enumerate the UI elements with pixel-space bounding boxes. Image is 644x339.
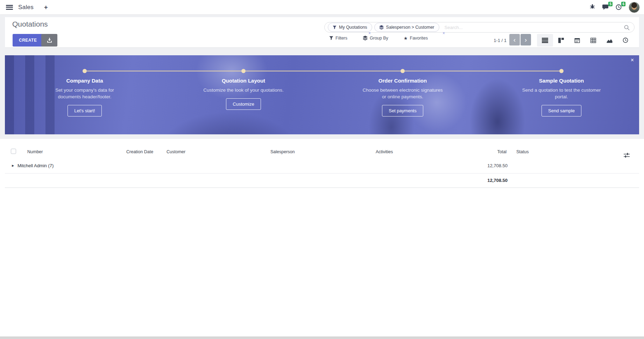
- column-header-total[interactable]: Total: [454, 145, 507, 158]
- group-total: 12,708.50: [455, 158, 508, 173]
- step-title: Order Confirmation: [354, 78, 452, 84]
- step-description: Send a quotation to test the customer po…: [520, 87, 603, 100]
- apps-menu-icon[interactable]: [6, 5, 13, 10]
- customize-button[interactable]: Customize: [226, 98, 261, 110]
- layers-icon: [363, 36, 368, 41]
- group-label: Mitchell Admin (7): [17, 158, 54, 173]
- timeline-line: [85, 71, 561, 71]
- search-facet-salesperson-customer[interactable]: Salesperson > Customer: [374, 23, 439, 32]
- horizontal-scrollbar[interactable]: [0, 337, 644, 339]
- messages-icon[interactable]: 5: [602, 4, 609, 10]
- view-list-button[interactable]: [537, 34, 553, 47]
- filter-icon: [329, 36, 333, 40]
- view-switcher: [537, 34, 634, 47]
- search-input[interactable]: My Quotations Salesperson > Customer Sea…: [324, 22, 635, 33]
- select-all-checkbox[interactable]: [11, 149, 16, 154]
- odoo-sales-quotations-screen: Sales + 5 6 Quotations CREATE: [0, 0, 644, 339]
- onboarding-step-company-data: Company Data Set your company's data for…: [36, 78, 134, 116]
- column-header-customer[interactable]: Customer: [167, 145, 185, 158]
- facet-label: Salesperson > Customer: [386, 25, 434, 30]
- view-pivot-button[interactable]: [585, 34, 601, 47]
- search-placeholder: Search...: [445, 25, 463, 30]
- pivot-view-icon: [590, 38, 596, 43]
- facet-label: My Quotations: [339, 25, 367, 30]
- control-panel: Quotations CREATE My Quotations Salesper…: [5, 17, 639, 47]
- step-description: Set your company's data for documents he…: [43, 87, 126, 100]
- timeline-dot: [83, 69, 87, 73]
- facet-remove-icon[interactable]: ×: [368, 31, 371, 35]
- onboarding-step-quotation-layout: Quotation Layout Customize the look of y…: [194, 78, 292, 110]
- user-avatar[interactable]: [629, 2, 640, 13]
- app-name[interactable]: Sales: [18, 4, 34, 11]
- page-title: Quotations: [12, 20, 48, 28]
- timeline-dot: [241, 69, 246, 73]
- kanban-view-icon: [558, 38, 564, 43]
- export-button[interactable]: [41, 34, 57, 47]
- pager-next-button[interactable]: ›: [521, 34, 531, 45]
- column-header-status[interactable]: Status: [516, 145, 529, 158]
- table-header-row: Number Creation Date Customer Salesperso…: [5, 145, 639, 159]
- view-activity-button[interactable]: [617, 34, 634, 47]
- search-facet-my-quotations[interactable]: My Quotations: [328, 23, 372, 32]
- step-title: Sample Quotation: [512, 78, 610, 84]
- footer-total: 12,708.50: [455, 173, 508, 188]
- filters-label: Filters: [335, 36, 347, 41]
- column-header-salesperson[interactable]: Salesperson: [270, 145, 295, 158]
- lets-start-button[interactable]: Let's start!: [68, 105, 102, 116]
- systray: 5 6: [590, 2, 640, 13]
- favorites-label: Favorites: [410, 36, 428, 41]
- onboarding-banner: × Company Data Set your company's data f…: [5, 55, 639, 134]
- group-row-mitchell-admin[interactable]: ▶ Mitchell Admin (7) 12,708.50: [5, 158, 639, 174]
- set-payments-button[interactable]: Set payments: [382, 105, 423, 116]
- list-view-icon: [542, 38, 548, 43]
- message-count-badge: 5: [608, 2, 613, 6]
- view-kanban-button[interactable]: [553, 34, 569, 47]
- calendar-view-icon: [574, 38, 580, 43]
- activity-count-badge: 6: [621, 2, 625, 6]
- favorites-menu[interactable]: ★ Favorites: [404, 36, 428, 41]
- search-options: Filters Group By ★ Favorites: [329, 36, 428, 41]
- group-by-label: Group By: [370, 36, 388, 41]
- pager-previous-button[interactable]: ‹: [509, 34, 520, 45]
- onboarding-step-sample-quotation: Sample Quotation Send a quotation to tes…: [512, 78, 610, 116]
- view-calendar-button[interactable]: [569, 34, 585, 47]
- layers-icon: [379, 25, 384, 30]
- group-by-menu[interactable]: Group By: [363, 36, 388, 41]
- filter-icon: [333, 26, 337, 29]
- debug-icon[interactable]: [590, 4, 595, 10]
- column-header-number[interactable]: Number: [27, 145, 43, 158]
- timeline-dot: [559, 69, 564, 73]
- pager-range: 1-1 / 1: [474, 38, 507, 43]
- view-graph-button[interactable]: [601, 34, 617, 47]
- plus-icon[interactable]: +: [44, 4, 48, 10]
- search-icon[interactable]: [624, 25, 630, 32]
- filters-menu[interactable]: Filters: [329, 36, 347, 41]
- column-header-creation-date[interactable]: Creation Date: [126, 145, 153, 158]
- step-title: Company Data: [36, 78, 134, 84]
- activities-icon[interactable]: 6: [616, 4, 622, 10]
- step-description: Choose between electronic signatures or …: [361, 87, 444, 100]
- create-button[interactable]: CREATE: [13, 34, 43, 47]
- star-icon: ★: [404, 36, 408, 41]
- table-footer-row: 12,708.50: [5, 173, 639, 188]
- graph-view-icon: [607, 38, 613, 43]
- activity-view-icon: [623, 37, 628, 43]
- timeline-dot: [401, 69, 405, 73]
- step-title: Quotation Layout: [194, 78, 292, 84]
- download-icon: [47, 38, 52, 43]
- top-navbar: Sales + 5 6: [0, 0, 644, 14]
- step-description: Customize the look of your quotations.: [202, 87, 285, 93]
- column-header-activities[interactable]: Activities: [376, 145, 393, 158]
- list-view: Number Creation Date Customer Salesperso…: [0, 139, 644, 339]
- banner-close-icon[interactable]: ×: [631, 57, 634, 63]
- send-sample-button[interactable]: Send sample: [542, 105, 581, 116]
- onboarding-step-order-confirmation: Order Confirmation Choose between electr…: [354, 78, 452, 116]
- facet-remove-icon[interactable]: ×: [443, 31, 445, 35]
- expand-caret-icon[interactable]: ▶: [12, 158, 14, 173]
